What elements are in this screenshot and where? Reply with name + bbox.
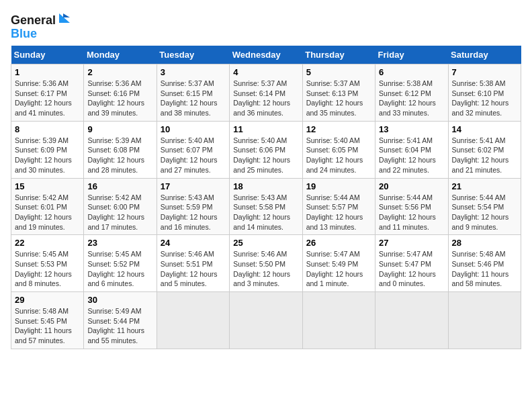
svg-marker-3: [63, 13, 70, 17]
calendar-day-12: 12Sunrise: 5:40 AMSunset: 6:05 PMDayligh…: [302, 121, 375, 178]
day-info: Sunrise: 5:48 AMSunset: 5:46 PMDaylight:…: [452, 249, 517, 289]
logo-svg: GeneralBlue: [11, 11, 71, 40]
page-header: GeneralBlue: [11, 11, 521, 40]
day-number: 24: [161, 238, 226, 248]
calendar-header-wednesday: Wednesday: [230, 46, 302, 64]
calendar-header-tuesday: Tuesday: [157, 46, 229, 64]
day-number: 27: [379, 238, 444, 248]
calendar-day-empty: [375, 292, 448, 349]
day-info: Sunrise: 5:47 AMSunset: 5:49 PMDaylight:…: [306, 249, 371, 289]
calendar-day-15: 15Sunrise: 5:42 AMSunset: 6:01 PMDayligh…: [11, 178, 84, 235]
calendar-day-22: 22Sunrise: 5:45 AMSunset: 5:53 PMDayligh…: [11, 235, 84, 292]
day-info: Sunrise: 5:43 AMSunset: 5:59 PMDaylight:…: [161, 193, 226, 232]
day-number: 29: [15, 295, 80, 305]
day-number: 1: [15, 67, 80, 77]
calendar-header-monday: Monday: [84, 46, 157, 64]
calendar-week-4: 22Sunrise: 5:45 AMSunset: 5:53 PMDayligh…: [11, 235, 521, 292]
day-info: Sunrise: 5:44 AMSunset: 5:57 PMDaylight:…: [306, 193, 371, 232]
calendar-day-17: 17Sunrise: 5:43 AMSunset: 5:59 PMDayligh…: [157, 178, 229, 235]
calendar-day-9: 9Sunrise: 5:39 AMSunset: 6:08 PMDaylight…: [84, 121, 157, 178]
calendar-day-19: 19Sunrise: 5:44 AMSunset: 5:57 PMDayligh…: [302, 178, 375, 235]
calendar-header-sunday: Sunday: [11, 46, 84, 64]
day-number: 2: [87, 67, 152, 77]
day-info: Sunrise: 5:38 AMSunset: 6:10 PMDaylight:…: [452, 79, 517, 118]
calendar-day-24: 24Sunrise: 5:46 AMSunset: 5:51 PMDayligh…: [157, 235, 229, 292]
day-info: Sunrise: 5:47 AMSunset: 5:47 PMDaylight:…: [379, 249, 444, 289]
day-number: 30: [87, 295, 152, 305]
calendar-day-20: 20Sunrise: 5:44 AMSunset: 5:56 PMDayligh…: [375, 178, 448, 235]
day-info: Sunrise: 5:42 AMSunset: 6:00 PMDaylight:…: [87, 193, 152, 232]
calendar-day-26: 26Sunrise: 5:47 AMSunset: 5:49 PMDayligh…: [302, 235, 375, 292]
calendar-day-7: 7Sunrise: 5:38 AMSunset: 6:10 PMDaylight…: [448, 64, 521, 122]
day-info: Sunrise: 5:45 AMSunset: 5:52 PMDaylight:…: [87, 249, 152, 289]
calendar-day-13: 13Sunrise: 5:41 AMSunset: 6:04 PMDayligh…: [375, 121, 448, 178]
calendar-day-21: 21Sunrise: 5:44 AMSunset: 5:54 PMDayligh…: [448, 178, 521, 235]
day-number: 9: [87, 124, 152, 134]
day-number: 8: [15, 124, 80, 134]
calendar-day-18: 18Sunrise: 5:43 AMSunset: 5:58 PMDayligh…: [230, 178, 302, 235]
calendar-day-27: 27Sunrise: 5:47 AMSunset: 5:47 PMDayligh…: [375, 235, 448, 292]
calendar-week-3: 15Sunrise: 5:42 AMSunset: 6:01 PMDayligh…: [11, 178, 521, 235]
calendar-day-8: 8Sunrise: 5:39 AMSunset: 6:09 PMDaylight…: [11, 121, 84, 178]
calendar-day-2: 2Sunrise: 5:36 AMSunset: 6:16 PMDaylight…: [84, 64, 157, 122]
day-info: Sunrise: 5:39 AMSunset: 6:09 PMDaylight:…: [15, 136, 80, 175]
calendar-header-row: SundayMondayTuesdayWednesdayThursdayFrid…: [11, 46, 521, 64]
calendar-day-25: 25Sunrise: 5:46 AMSunset: 5:50 PMDayligh…: [230, 235, 302, 292]
day-info: Sunrise: 5:42 AMSunset: 6:01 PMDaylight:…: [15, 193, 80, 232]
day-info: Sunrise: 5:44 AMSunset: 5:56 PMDaylight:…: [379, 193, 444, 232]
calendar-day-5: 5Sunrise: 5:37 AMSunset: 6:13 PMDaylight…: [302, 64, 375, 122]
day-info: Sunrise: 5:43 AMSunset: 5:58 PMDaylight:…: [233, 193, 298, 232]
day-info: Sunrise: 5:37 AMSunset: 6:13 PMDaylight:…: [306, 79, 371, 118]
calendar-day-empty: [302, 292, 375, 349]
day-info: Sunrise: 5:40 AMSunset: 6:07 PMDaylight:…: [161, 136, 226, 175]
day-info: Sunrise: 5:41 AMSunset: 6:04 PMDaylight:…: [379, 136, 444, 175]
svg-text:Blue: Blue: [11, 27, 37, 40]
day-number: 6: [379, 67, 444, 77]
day-number: 26: [306, 238, 371, 248]
day-number: 18: [233, 181, 298, 191]
day-info: Sunrise: 5:39 AMSunset: 6:08 PMDaylight:…: [87, 136, 152, 175]
day-number: 4: [233, 67, 298, 77]
day-number: 14: [452, 124, 517, 134]
calendar-day-10: 10Sunrise: 5:40 AMSunset: 6:07 PMDayligh…: [157, 121, 229, 178]
calendar-day-16: 16Sunrise: 5:42 AMSunset: 6:00 PMDayligh…: [84, 178, 157, 235]
calendar-week-1: 1Sunrise: 5:36 AMSunset: 6:17 PMDaylight…: [11, 64, 521, 122]
calendar-header-saturday: Saturday: [448, 46, 521, 64]
day-number: 23: [87, 238, 152, 248]
calendar-day-14: 14Sunrise: 5:41 AMSunset: 6:02 PMDayligh…: [448, 121, 521, 178]
day-info: Sunrise: 5:40 AMSunset: 6:05 PMDaylight:…: [306, 136, 371, 175]
day-number: 12: [306, 124, 371, 134]
day-info: Sunrise: 5:46 AMSunset: 5:51 PMDaylight:…: [161, 249, 226, 289]
calendar-week-5: 29Sunrise: 5:48 AMSunset: 5:45 PMDayligh…: [11, 292, 521, 349]
day-number: 3: [161, 67, 226, 77]
calendar-header-thursday: Thursday: [302, 46, 375, 64]
calendar-day-23: 23Sunrise: 5:45 AMSunset: 5:52 PMDayligh…: [84, 235, 157, 292]
calendar-day-empty: [448, 292, 521, 349]
calendar-week-2: 8Sunrise: 5:39 AMSunset: 6:09 PMDaylight…: [11, 121, 521, 178]
day-number: 28: [452, 238, 517, 248]
day-info: Sunrise: 5:37 AMSunset: 6:14 PMDaylight:…: [233, 79, 298, 118]
day-number: 21: [452, 181, 517, 191]
day-number: 10: [161, 124, 226, 134]
day-number: 22: [15, 238, 80, 248]
day-number: 25: [233, 238, 298, 248]
calendar-day-6: 6Sunrise: 5:38 AMSunset: 6:12 PMDaylight…: [375, 64, 448, 122]
day-info: Sunrise: 5:38 AMSunset: 6:12 PMDaylight:…: [379, 79, 444, 118]
day-info: Sunrise: 5:48 AMSunset: 5:45 PMDaylight:…: [15, 306, 80, 346]
day-number: 13: [379, 124, 444, 134]
calendar-day-30: 30Sunrise: 5:49 AMSunset: 5:44 PMDayligh…: [84, 292, 157, 349]
day-number: 7: [452, 67, 517, 77]
day-info: Sunrise: 5:36 AMSunset: 6:16 PMDaylight:…: [87, 79, 152, 118]
day-info: Sunrise: 5:37 AMSunset: 6:15 PMDaylight:…: [161, 79, 226, 118]
calendar-day-empty: [157, 292, 229, 349]
calendar-day-28: 28Sunrise: 5:48 AMSunset: 5:46 PMDayligh…: [448, 235, 521, 292]
calendar-day-1: 1Sunrise: 5:36 AMSunset: 6:17 PMDaylight…: [11, 64, 84, 122]
day-number: 17: [161, 181, 226, 191]
calendar-day-empty: [230, 292, 302, 349]
calendar-header-friday: Friday: [375, 46, 448, 64]
day-number: 16: [87, 181, 152, 191]
day-info: Sunrise: 5:40 AMSunset: 6:06 PMDaylight:…: [233, 136, 298, 175]
calendar-day-4: 4Sunrise: 5:37 AMSunset: 6:14 PMDaylight…: [230, 64, 302, 122]
calendar-day-3: 3Sunrise: 5:37 AMSunset: 6:15 PMDaylight…: [157, 64, 229, 122]
day-info: Sunrise: 5:41 AMSunset: 6:02 PMDaylight:…: [452, 136, 517, 175]
